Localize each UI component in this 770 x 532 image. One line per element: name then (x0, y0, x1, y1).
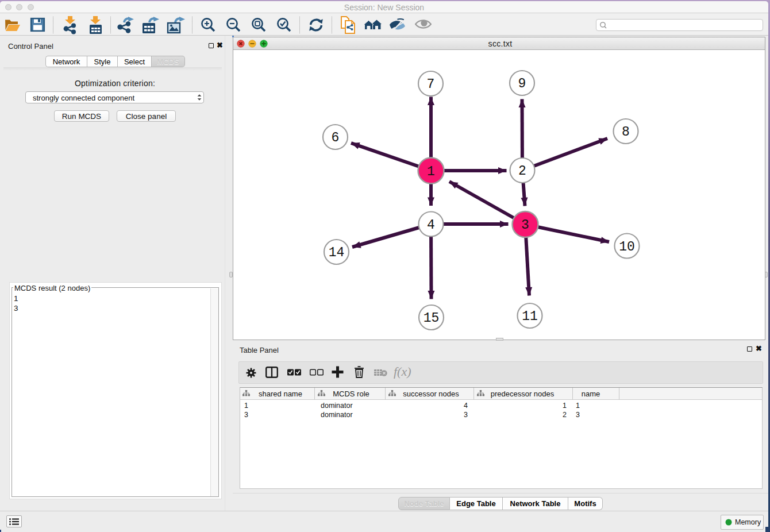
svg-text:9: 9 (518, 76, 526, 91)
svg-text:8: 8 (622, 125, 630, 140)
svg-text:1: 1 (427, 164, 435, 179)
svg-text:11: 11 (522, 309, 538, 324)
svg-text:3: 3 (521, 218, 529, 233)
svg-text:6: 6 (332, 130, 340, 145)
svg-text:7: 7 (427, 77, 435, 92)
svg-text:15: 15 (424, 311, 440, 326)
svg-text:2: 2 (518, 164, 526, 179)
svg-text:14: 14 (329, 245, 345, 260)
svg-text:10: 10 (619, 240, 635, 255)
svg-text:4: 4 (427, 218, 435, 233)
